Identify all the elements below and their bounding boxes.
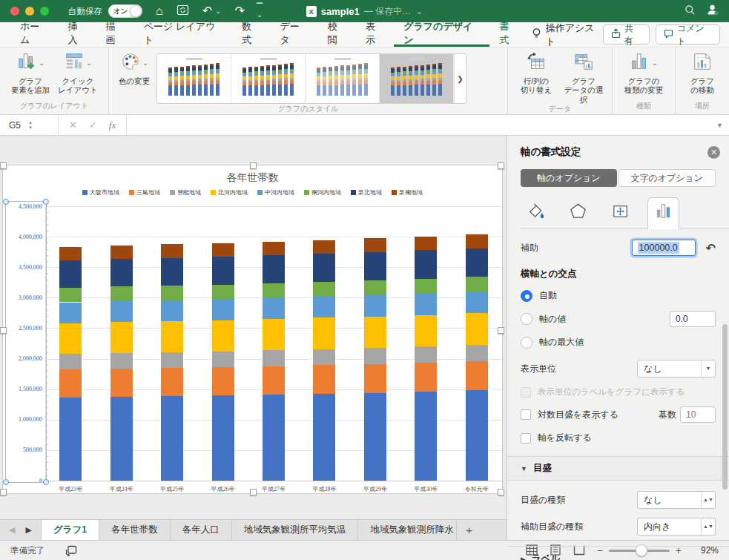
keyboard-entry-icon[interactable] — [65, 545, 77, 556]
bar-segment[interactable] — [415, 250, 437, 278]
bar-segment[interactable] — [263, 350, 285, 366]
legend-item[interactable]: 三島地域 — [129, 188, 160, 197]
bar-segment[interactable] — [161, 286, 183, 300]
bar-segment[interactable] — [466, 361, 488, 391]
undo-dropdown-icon[interactable]: ⌄ — [215, 7, 221, 15]
bar-segment[interactable] — [364, 252, 386, 280]
legend-item[interactable]: 豊能地域 — [170, 188, 201, 197]
bar-segment[interactable] — [415, 346, 437, 363]
fill-line-icon[interactable] — [521, 198, 551, 228]
radio-axis-value[interactable]: 軸の値 0.0 — [521, 311, 716, 327]
menu-tab[interactable]: 挿入 — [58, 22, 96, 47]
x-axis-tick-label[interactable]: 平成23年 — [45, 485, 96, 493]
bar-segment[interactable] — [110, 353, 133, 369]
bar-segment[interactable] — [313, 365, 335, 394]
bar-segment[interactable] — [466, 234, 488, 248]
home-icon[interactable]: ⌂ — [156, 5, 163, 17]
sheet-tab[interactable]: 各年人口 — [171, 520, 232, 540]
bar-segment[interactable] — [313, 254, 335, 282]
bar-segment[interactable] — [466, 345, 488, 361]
bar-segment[interactable] — [263, 319, 285, 350]
search-icon[interactable] — [685, 4, 696, 19]
x-axis-tick-label[interactable]: 令和元年 — [452, 485, 502, 493]
customize-toolbar-icon[interactable]: ▔⌄ — [257, 4, 263, 19]
bar-segment[interactable] — [212, 352, 234, 367]
bar-segment[interactable] — [59, 303, 82, 323]
bar-segment[interactable] — [466, 277, 488, 291]
zoom-window-button[interactable] — [40, 7, 49, 16]
insert-function-icon[interactable]: fx — [109, 119, 116, 131]
bar-segment[interactable] — [212, 299, 234, 320]
sheet-tab[interactable]: グラフ1 — [41, 520, 99, 540]
add-chart-element-button[interactable]: ⌄ グラフ 要素を追加 — [7, 51, 53, 95]
bar-segment[interactable] — [263, 395, 285, 481]
labels-section-header[interactable]: ▶ ラベル — [507, 546, 729, 560]
zoom-slider-knob[interactable] — [636, 544, 647, 556]
bar-segment[interactable] — [364, 295, 386, 317]
chart-resize-handle[interactable] — [0, 327, 7, 334]
radio-automatic[interactable]: 自動 — [521, 289, 716, 302]
bar-segment[interactable] — [212, 285, 234, 300]
chart-style-thumbnail[interactable] — [157, 54, 231, 103]
chart-resize-handle[interactable] — [498, 327, 504, 334]
chart-style-thumbnail[interactable] — [306, 54, 380, 103]
bar-segment[interactable] — [364, 393, 386, 481]
bar-segment[interactable] — [313, 317, 335, 349]
legend-item[interactable]: 大阪市地域 — [82, 188, 119, 197]
x-axis-tick-label[interactable]: 平成24年 — [96, 485, 146, 493]
sheet-nav-prev-icon[interactable]: ◀ — [9, 525, 15, 535]
bar-segment[interactable] — [161, 300, 183, 321]
axis-selection-handle[interactable] — [3, 199, 9, 205]
formula-bar-expand-icon[interactable]: ▼ — [716, 122, 723, 129]
legend-item[interactable]: 泉北地域 — [351, 188, 382, 197]
tick-marks-section-header[interactable]: ▼ 目盛 — [507, 456, 729, 481]
close-window-button[interactable] — [10, 7, 19, 16]
legend-item[interactable]: 中河内地域 — [257, 188, 294, 197]
bar-segment[interactable] — [415, 294, 437, 315]
enter-icon[interactable]: ✓ — [89, 119, 97, 131]
bar-segment[interactable] — [212, 257, 234, 284]
sheet-tab[interactable]: 地域気象観測所平均気温 — [232, 520, 359, 540]
axis-selection-handle[interactable] — [43, 479, 49, 485]
bar-segment[interactable] — [59, 398, 82, 481]
bar-segment[interactable] — [263, 298, 285, 319]
tab-text-options[interactable]: 文字のオプション — [619, 169, 716, 187]
sheet-canvas[interactable]: 各年世帯数 大阪市地域三島地域豊能地域北河内地域中河内地域南河内地域泉北地域泉南… — [0, 136, 507, 519]
log-base-input[interactable]: 10 — [680, 406, 716, 423]
x-axis-tick-label[interactable]: 平成26年 — [197, 485, 248, 493]
legend-item[interactable]: 泉南地域 — [392, 188, 423, 197]
bar-segment[interactable] — [415, 392, 437, 481]
checkbox-icon[interactable] — [521, 433, 531, 444]
sheet-tab[interactable]: 各年世帯数 — [99, 520, 171, 540]
bar-segment[interactable] — [59, 323, 82, 355]
chart-resize-handle[interactable] — [0, 162, 7, 169]
document-name[interactable]: sample1 — [321, 6, 360, 17]
bar-segment[interactable] — [466, 313, 488, 345]
bar-segment[interactable] — [415, 237, 437, 251]
bar-segment[interactable] — [466, 390, 488, 481]
menu-tab[interactable]: 書式 — [489, 22, 527, 47]
axis-selection-handle[interactable] — [3, 479, 9, 485]
major-tick-type-dropdown[interactable]: なし ▲▼ — [637, 491, 716, 509]
menu-tab[interactable]: グラフのデザイン — [394, 22, 489, 47]
zoom-slider-track[interactable] — [609, 550, 670, 552]
bar-segment[interactable] — [161, 258, 183, 286]
close-panel-icon[interactable]: ✕ — [707, 146, 720, 159]
cancel-icon[interactable]: ✕ — [69, 119, 77, 131]
redo-icon[interactable]: ↷ — [234, 5, 244, 17]
bar-segment[interactable] — [110, 369, 133, 397]
bar-segment[interactable] — [364, 280, 386, 295]
reverse-axis-checkbox-row[interactable]: 軸を反転する — [521, 432, 716, 444]
comments-button[interactable]: コメント — [656, 24, 720, 45]
bar-segment[interactable] — [59, 288, 82, 303]
chart-style-thumbnail[interactable] — [380, 54, 454, 103]
bar-segment[interactable] — [313, 394, 335, 481]
bar-segment[interactable] — [110, 397, 133, 481]
share-button[interactable]: 共有 — [603, 24, 650, 45]
bar-segment[interactable] — [313, 297, 335, 318]
chart-object[interactable]: 各年世帯数 大阪市地域三島地域豊能地域北河内地域中河内地域南河内地域泉北地域泉南… — [2, 165, 503, 494]
bar-segment[interactable] — [161, 396, 183, 481]
bar-segment[interactable] — [415, 279, 437, 294]
bar-segment[interactable] — [161, 352, 183, 368]
undo-icon[interactable]: ↶ — [202, 5, 212, 17]
